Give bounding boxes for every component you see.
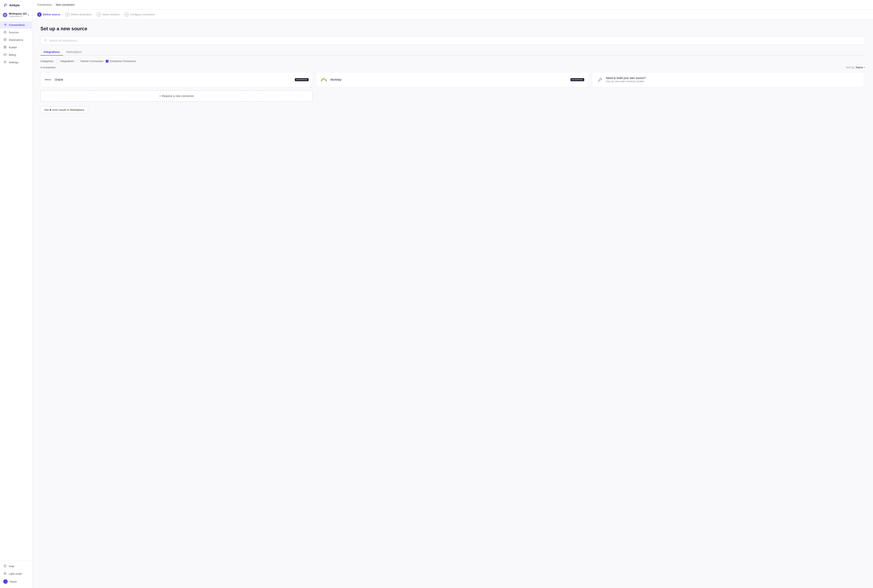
step-4-label: Configure connection bbox=[130, 13, 155, 16]
workspace-avatar: O bbox=[3, 13, 7, 17]
step-arrow-3: › bbox=[122, 13, 123, 16]
sidebar-item-light-mode-label: Light mode bbox=[9, 572, 22, 575]
sidebar-item-builder[interactable]: Builder bbox=[0, 44, 32, 51]
sidebar-item-builder-label: Builder bbox=[9, 46, 17, 49]
search-input[interactable] bbox=[49, 39, 861, 42]
category-partner-checkbox[interactable] bbox=[76, 60, 79, 63]
sort-by-label: Sort by: bbox=[846, 66, 855, 69]
page-content: Set up a new source Integrations Marketp… bbox=[32, 20, 873, 588]
sort-chevron-icon: ▾ bbox=[864, 66, 865, 69]
connector-oracle[interactable]: ORACLE Oracle ENTERPRISE bbox=[40, 72, 313, 87]
workspace-switcher[interactable]: O Workspace 123 Organization A ⇅ bbox=[0, 10, 32, 20]
search-bar bbox=[40, 36, 865, 45]
build-card-subtitle: Use our low-code connector builder bbox=[606, 80, 646, 83]
builder-icon bbox=[3, 45, 7, 49]
categories-row: Categories: Integrations Partner Connect… bbox=[40, 60, 865, 63]
tab-integrations[interactable]: Integrations bbox=[40, 49, 63, 56]
sources-icon bbox=[3, 30, 7, 34]
app-logo: Airbyte bbox=[0, 0, 32, 10]
category-enterprise[interactable]: ✓ Enterprise Connectors bbox=[106, 60, 136, 63]
step-1-label: Define source bbox=[43, 13, 60, 16]
settings-icon bbox=[3, 60, 7, 64]
build-your-own-card[interactable]: Need to build your own source? Use our l… bbox=[592, 72, 864, 87]
sidebar-item-connections-label: Connections bbox=[9, 24, 25, 27]
sidebar-item-name-label: Name bbox=[10, 580, 17, 583]
step-4[interactable]: 4 Configure connection bbox=[124, 12, 155, 17]
step-3[interactable]: 3 Select streams bbox=[97, 12, 120, 17]
billing-icon bbox=[3, 53, 7, 57]
more-results-text-pre: See bbox=[44, 108, 49, 111]
build-card-text: Need to build your own source? Use our l… bbox=[606, 76, 646, 83]
svg-point-4 bbox=[4, 32, 6, 33]
step-2-label: Define destination bbox=[71, 13, 92, 16]
category-partner[interactable]: Partner Connectors bbox=[76, 60, 103, 63]
breadcrumb-separator: / bbox=[53, 3, 54, 6]
sidebar-item-destinations-label: Destinations bbox=[9, 38, 24, 41]
category-enterprise-checkbox[interactable]: ✓ bbox=[106, 60, 108, 63]
app-name: Airbyte bbox=[9, 3, 20, 7]
sidebar-item-settings-label: Settings bbox=[9, 61, 18, 64]
connections-icon bbox=[3, 23, 7, 27]
search-icon bbox=[44, 39, 47, 42]
more-results-button[interactable]: See 6 more results in Marketplace bbox=[40, 106, 88, 113]
oracle-enterprise-badge: ENTERPRISE bbox=[295, 78, 309, 81]
sidebar-item-billing[interactable]: Billing bbox=[0, 51, 32, 58]
sidebar-nav: Connections Sources Destinations Builder bbox=[0, 20, 32, 561]
sidebar-item-help[interactable]: Help bbox=[0, 562, 32, 570]
category-integrations-checkbox[interactable] bbox=[56, 60, 59, 63]
more-results-text-post: in Marketplace bbox=[67, 108, 84, 111]
step-4-number: 4 bbox=[124, 12, 129, 17]
workspace-name: Workspace 123 bbox=[9, 12, 27, 15]
svg-point-1 bbox=[6, 4, 7, 5]
step-2[interactable]: 2 Define destination bbox=[65, 12, 92, 17]
sidebar-item-sources[interactable]: Sources bbox=[0, 29, 32, 36]
step-3-number: 3 bbox=[97, 12, 101, 17]
workspace-org: Organization A bbox=[9, 15, 27, 17]
breadcrumb-link[interactable]: Connections bbox=[37, 3, 52, 6]
svg-text:ORACLE: ORACLE bbox=[45, 79, 51, 81]
airbyte-logo-icon bbox=[3, 3, 8, 7]
sidebar-item-settings[interactable]: Settings bbox=[0, 58, 32, 66]
oracle-connector-name: Oracle bbox=[55, 78, 292, 81]
sort-by: Sort by: Name ▾ bbox=[846, 66, 865, 69]
category-integrations-label: Integrations bbox=[60, 60, 74, 63]
step-3-label: Select streams bbox=[102, 13, 120, 16]
request-connector-card[interactable]: + Request a new connector bbox=[40, 90, 313, 102]
tabs: Integrations Marketplace bbox=[40, 49, 865, 56]
workspace-chevron-icon: ⇅ bbox=[27, 14, 29, 16]
svg-point-10 bbox=[4, 62, 6, 63]
tab-marketplace[interactable]: Marketplace bbox=[63, 49, 85, 56]
step-2-number: 2 bbox=[65, 12, 69, 17]
sidebar-item-light-mode[interactable]: Light mode bbox=[0, 570, 32, 578]
category-partner-label: Partner Connectors bbox=[80, 60, 103, 63]
connectors-count: 4 connectors bbox=[40, 66, 56, 69]
light-mode-icon bbox=[3, 572, 7, 576]
connector-workday[interactable]: Workday ENTERPRISE bbox=[316, 72, 588, 87]
svg-rect-9 bbox=[4, 54, 6, 56]
more-results-text-mid: more results bbox=[52, 108, 66, 111]
svg-rect-6 bbox=[4, 48, 6, 48]
sidebar-item-name[interactable]: Name bbox=[0, 578, 32, 586]
sidebar-item-sources-label: Sources bbox=[9, 31, 19, 34]
svg-rect-7 bbox=[4, 46, 5, 47]
connector-grid: ORACLE Oracle ENTERPRISE Wo bbox=[40, 72, 865, 102]
sort-by-value[interactable]: Name bbox=[856, 66, 863, 69]
page-title: Set up a new source bbox=[40, 26, 865, 32]
workspace-info: Workspace 123 Organization A bbox=[9, 12, 27, 17]
category-enterprise-label: Enterprise Connectors bbox=[110, 60, 136, 63]
sidebar-bottom: Help Light mode Name bbox=[0, 561, 32, 588]
workday-enterprise-badge: ENTERPRISE bbox=[570, 78, 584, 81]
sidebar-item-destinations[interactable]: Destinations bbox=[0, 36, 32, 44]
build-wrench-icon bbox=[596, 76, 603, 83]
breadcrumb-current: New connection bbox=[56, 3, 75, 6]
step-1[interactable]: 1 Define source bbox=[37, 12, 60, 17]
sidebar-item-help-label: Help bbox=[9, 565, 14, 568]
main-area: Connections / New connection 1 Define so… bbox=[32, 0, 873, 588]
sidebar-item-billing-label: Billing bbox=[9, 53, 16, 56]
category-integrations[interactable]: Integrations bbox=[56, 60, 74, 63]
sidebar-item-connections[interactable]: Connections bbox=[0, 21, 32, 29]
step-arrow-2: › bbox=[94, 13, 94, 16]
topbar: Connections / New connection bbox=[32, 0, 873, 10]
help-icon bbox=[3, 564, 7, 568]
sidebar: Airbyte O Workspace 123 Organization A ⇅… bbox=[0, 0, 32, 588]
